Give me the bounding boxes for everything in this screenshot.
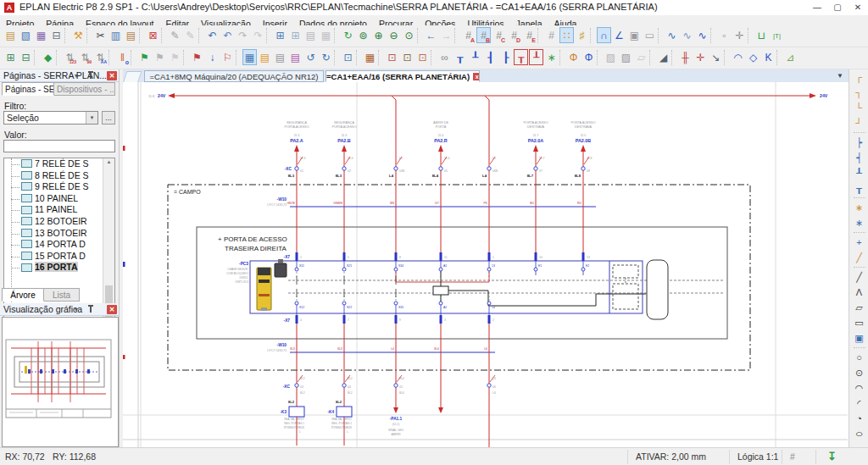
document-tab-2[interactable]: =CA1+EAA/16 (SERRA PLANETÁRIA)x bbox=[326, 70, 480, 82]
document-tab-1[interactable]: =CA1+8MQ Máquina/20 (ADEQUAÇÃO NR12) bbox=[144, 70, 324, 82]
tab-lista[interactable]: Lista bbox=[44, 288, 80, 302]
copy-icon[interactable]: ▥ bbox=[108, 27, 123, 43]
interruption-arrow[interactable] bbox=[342, 145, 347, 152]
placeholder-icon[interactable]: ▭ bbox=[643, 27, 657, 43]
auto-connect-icon[interactable]: ∿ bbox=[665, 27, 679, 43]
zoom-window-icon[interactable]: ⊚ bbox=[356, 27, 370, 43]
rectangle-origin-icon[interactable]: ▣ bbox=[851, 331, 867, 346]
zoom-in-icon[interactable]: ⊕ bbox=[371, 27, 386, 43]
zoom-out-icon[interactable]: ⊖ bbox=[387, 27, 401, 43]
tree-item-page[interactable]: 13 BOTOEIR bbox=[4, 228, 114, 240]
pages-panel-header[interactable]: Páginas - SERRA PLAN... ▾ ✕ bbox=[0, 69, 119, 82]
door-tongue[interactable] bbox=[647, 260, 668, 319]
terminal-circle[interactable] bbox=[342, 384, 346, 387]
connection-numbering-icon[interactable]: ∞ bbox=[437, 49, 452, 65]
wire-diagonal-icon[interactable]: ↘ bbox=[709, 49, 723, 65]
double-break-point-icon[interactable]: ∗ bbox=[851, 216, 867, 230]
renumber-pages-icon[interactable]: ⇅123 bbox=[63, 49, 77, 65]
interruption-arrow[interactable] bbox=[533, 145, 538, 152]
device-terminal[interactable] bbox=[394, 302, 398, 305]
tree-item-page[interactable]: 15 PORTA D bbox=[4, 251, 114, 263]
remove-flag-icon[interactable]: ⚐ bbox=[220, 49, 235, 65]
redo-icon[interactable]: ↷ bbox=[236, 27, 250, 43]
relay-coil[interactable] bbox=[337, 407, 352, 417]
panel-menu-icon[interactable]: ▾ bbox=[71, 71, 81, 80]
terminal-circle[interactable] bbox=[439, 167, 442, 170]
next-page-icon[interactable]: ↻ bbox=[319, 49, 333, 65]
potential-icon[interactable]: Φ bbox=[581, 49, 596, 65]
interruption-arrow[interactable] bbox=[438, 145, 443, 152]
pin-icon[interactable] bbox=[90, 73, 92, 79]
lens-icon[interactable]: ◇ bbox=[746, 49, 760, 65]
align-to-grid-icon[interactable]: ♯ bbox=[575, 27, 589, 43]
grid-size-d-icon[interactable]: #D bbox=[507, 27, 521, 43]
status-grid-icon[interactable]: # bbox=[790, 451, 795, 462]
connection-splice-icon[interactable]: ∗ bbox=[544, 49, 559, 65]
plug-pin[interactable] bbox=[296, 252, 298, 261]
arc-3point-icon[interactable]: ◜ bbox=[851, 396, 867, 411]
edit-terminal-strip-icon[interactable]: ⊡ bbox=[385, 49, 399, 65]
plug-pin[interactable] bbox=[296, 315, 298, 324]
t-node-target-icon[interactable]: ┰ bbox=[514, 49, 528, 65]
t-node-up-icon[interactable]: ┸ bbox=[468, 49, 482, 65]
close-button[interactable]: ✕ bbox=[848, 0, 868, 14]
edit-plug-icon[interactable]: ⊡ bbox=[400, 49, 415, 65]
set-flag-icon[interactable]: ⚑ bbox=[190, 49, 204, 65]
terminal-circle[interactable] bbox=[394, 384, 398, 387]
sector-icon[interactable]: ◔ bbox=[851, 412, 867, 426]
line-icon[interactable]: ╱ bbox=[851, 270, 867, 285]
sync-flag-icon[interactable]: ⚑ bbox=[153, 49, 167, 65]
interruption-arrow[interactable] bbox=[294, 145, 299, 152]
tab-arvore[interactable]: Árvore bbox=[2, 288, 44, 302]
object-snap-icon[interactable]: ▣ bbox=[627, 27, 642, 43]
tree-item-page[interactable]: 14 PORTA D bbox=[4, 239, 114, 251]
polygon-icon[interactable]: ▱ bbox=[851, 301, 867, 315]
page-note-icon[interactable]: ▤ bbox=[273, 49, 287, 65]
break-point-icon[interactable]: ∗ bbox=[851, 201, 867, 215]
device-terminal[interactable] bbox=[439, 268, 442, 271]
tab-list-chevron-icon[interactable]: ▼ bbox=[837, 72, 843, 80]
terminal-circle[interactable] bbox=[487, 384, 491, 387]
plug-pin[interactable] bbox=[343, 252, 346, 261]
device-terminal[interactable] bbox=[295, 268, 298, 271]
angle-snap-icon[interactable]: ∠ bbox=[612, 27, 626, 43]
t-node-left-icon[interactable]: ┨ bbox=[483, 49, 498, 65]
insert-window-macro-icon[interactable]: ⊞ bbox=[273, 27, 287, 43]
reports-icon[interactable]: ▤ bbox=[303, 27, 318, 43]
edit-properties-grid-icon[interactable]: ▦ bbox=[363, 49, 377, 65]
tree-item-page[interactable]: 12 BOTOEIR bbox=[4, 216, 114, 228]
corner-lower-left-icon[interactable]: └ bbox=[851, 101, 867, 115]
corner-lower-right-icon[interactable]: ┘ bbox=[851, 116, 867, 130]
terminal-circle[interactable] bbox=[487, 167, 491, 170]
magnet-snap-icon[interactable]: ∩ bbox=[597, 27, 611, 43]
symbol-selection-icon[interactable]: ▦ bbox=[242, 49, 257, 65]
grid-size-b-icon[interactable]: #B bbox=[476, 27, 491, 43]
plug-pin[interactable] bbox=[395, 315, 398, 324]
panel-menu-icon[interactable]: ▾ bbox=[71, 305, 81, 314]
t-node-down-icon[interactable]: ┰ bbox=[851, 181, 867, 196]
tree-item-page[interactable]: 11 PAINEL bbox=[4, 204, 114, 216]
wire-jog[interactable] bbox=[485, 96, 489, 100]
tab-dispositivos[interactable]: Dispositivos - ... bbox=[54, 82, 115, 96]
ellipse-icon[interactable]: ○ bbox=[847, 427, 868, 441]
title-bar[interactable]: A EPLAN Electric P8 2.9 SP1 - C:\Users\A… bbox=[0, 0, 868, 16]
device-terminal[interactable] bbox=[295, 302, 298, 305]
terminal-circle[interactable] bbox=[295, 384, 298, 387]
t-node-left-icon[interactable]: ┥ bbox=[851, 151, 867, 165]
spline-icon[interactable]: K bbox=[761, 49, 776, 65]
t-node-right-icon[interactable]: ┝ bbox=[851, 136, 867, 150]
phase-bar-icon[interactable]: Φ bbox=[566, 49, 581, 65]
terminal-circle[interactable] bbox=[342, 167, 346, 170]
grid-size-c-icon[interactable]: #C bbox=[492, 27, 506, 43]
minimize-button[interactable]: — bbox=[807, 0, 827, 14]
bus-left-arrow[interactable] bbox=[168, 93, 175, 98]
wire-junction-icon[interactable]: ✛ bbox=[693, 49, 708, 65]
maximize-button[interactable]: ▢ bbox=[827, 0, 848, 14]
wire-jog[interactable] bbox=[392, 96, 396, 100]
insert-symbol-macro-icon[interactable]: ⊞ bbox=[288, 27, 303, 43]
plugin-icon[interactable]: ◆ bbox=[41, 49, 55, 65]
tab-paginas[interactable]: Páginas - SER... bbox=[2, 82, 54, 96]
corner-upper-right-icon[interactable]: ┐ bbox=[851, 86, 867, 100]
redo-history-icon[interactable]: ↷ bbox=[251, 27, 265, 43]
bus-right-arrow[interactable] bbox=[810, 93, 816, 98]
